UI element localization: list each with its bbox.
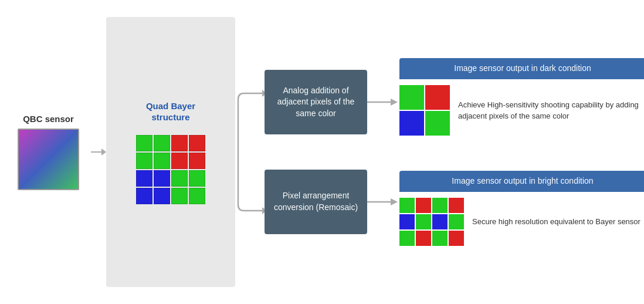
diagram: QBC sensor Quad Bayerstructure bbox=[0, 0, 644, 304]
b-cell bbox=[399, 198, 415, 213]
b-cell bbox=[416, 231, 431, 246]
cell-r bbox=[171, 153, 188, 169]
cell-b bbox=[154, 188, 170, 204]
dark-cell-g bbox=[399, 85, 424, 110]
dark-cell-g2 bbox=[425, 111, 450, 136]
arrow-section bbox=[367, 70, 399, 234]
b-cell bbox=[432, 214, 448, 229]
bright-result-header: Image sensor output in bright condition bbox=[399, 171, 644, 192]
arrow-1 bbox=[101, 148, 106, 156]
cell-r bbox=[189, 153, 205, 169]
pixel-arrangement-box: Pixel arrangement conversion (Remosaic) bbox=[265, 170, 367, 234]
b-cell bbox=[449, 214, 464, 229]
svg-marker-4 bbox=[391, 99, 398, 106]
bright-pixel-grid bbox=[399, 198, 464, 246]
cell-g bbox=[189, 170, 205, 187]
arrow-bright bbox=[367, 170, 399, 234]
bright-result-content: Secure high resolution equivalent to Bay… bbox=[399, 192, 644, 246]
qbc-label: QBC sensor bbox=[23, 114, 74, 124]
qbc-section: QBC sensor bbox=[6, 114, 91, 190]
cell-g bbox=[154, 135, 170, 151]
b-cell bbox=[449, 231, 464, 246]
cell-g bbox=[171, 170, 188, 187]
analog-addition-text: Analog addition of adjacent pixels of th… bbox=[272, 85, 360, 120]
dark-description: Achieve High-sensitivity shooting capabi… bbox=[458, 99, 644, 122]
results-section: Image sensor output in dark condition Ac… bbox=[399, 58, 644, 245]
dark-result-content: Achieve High-sensitivity shooting capabi… bbox=[399, 79, 644, 136]
connector-1 bbox=[91, 151, 101, 153]
pixel-arrangement-text: Pixel arrangement conversion (Remosaic) bbox=[272, 190, 360, 213]
dark-result-header: Image sensor output in dark condition bbox=[399, 58, 644, 79]
svg-marker-6 bbox=[391, 198, 398, 205]
quad-bayer-label: Quad Bayerstructure bbox=[146, 100, 195, 123]
b-cell bbox=[399, 214, 415, 229]
bright-description: Secure high resolution equivalent to Bay… bbox=[472, 216, 640, 228]
cell-g bbox=[136, 153, 152, 169]
dark-cell-b bbox=[399, 111, 424, 136]
cell-b bbox=[154, 170, 170, 187]
cell-g bbox=[154, 153, 170, 169]
b-cell bbox=[449, 198, 464, 213]
svg-marker-2 bbox=[262, 207, 265, 214]
middle-panel: Quad Bayerstructure bbox=[106, 17, 235, 287]
arrow-dark bbox=[367, 70, 399, 134]
cell-b bbox=[136, 188, 152, 204]
brace-section bbox=[235, 17, 265, 287]
b-cell bbox=[416, 198, 431, 213]
dark-pixel-grid bbox=[399, 85, 450, 136]
paths-section: Analog addition of adjacent pixels of th… bbox=[265, 70, 367, 234]
b-cell bbox=[432, 198, 448, 213]
dark-cell-r bbox=[425, 85, 450, 110]
bayer-grid bbox=[136, 135, 205, 204]
analog-addition-box: Analog addition of adjacent pixels of th… bbox=[265, 70, 367, 134]
qbc-sensor-image bbox=[18, 129, 79, 190]
cell-g bbox=[171, 188, 188, 204]
cell-r bbox=[189, 135, 205, 151]
brace-svg bbox=[235, 64, 265, 240]
dark-result-block: Image sensor output in dark condition Ac… bbox=[399, 58, 644, 136]
cell-g bbox=[189, 188, 205, 204]
svg-marker-1 bbox=[262, 90, 265, 97]
cell-r bbox=[171, 135, 188, 151]
b-cell bbox=[416, 214, 431, 229]
bright-result-block: Image sensor output in bright condition bbox=[399, 171, 644, 246]
cell-b bbox=[136, 170, 152, 187]
b-cell bbox=[432, 231, 448, 246]
b-cell bbox=[399, 231, 415, 246]
cell-g bbox=[136, 135, 152, 151]
